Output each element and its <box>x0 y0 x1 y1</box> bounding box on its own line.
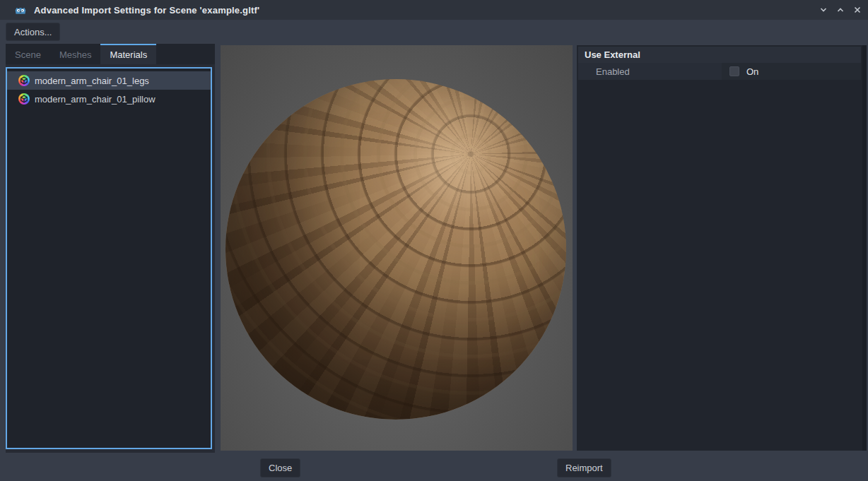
section-use-external[interactable]: Use External <box>578 47 861 63</box>
tab-meshes[interactable]: Meshes <box>50 44 101 64</box>
property-value: On <box>722 63 861 80</box>
materials-tab-panel: modern_arm_chair_01_legs modern_arm_chai… <box>6 64 215 453</box>
material-name: modern_arm_chair_01_pillow <box>35 94 156 105</box>
dialog-footer: Close Reimport <box>0 453 868 481</box>
list-item[interactable]: modern_arm_chair_01_pillow <box>7 90 211 108</box>
menubar: Actions... <box>0 20 868 44</box>
godot-logo-icon <box>14 4 27 16</box>
property-row-enabled: Enabled On <box>578 63 861 80</box>
reimport-button[interactable]: Reimport <box>557 458 611 477</box>
material-preview-viewport[interactable] <box>221 45 573 451</box>
enabled-checkbox[interactable] <box>729 66 739 76</box>
advanced-import-settings-window: Advanced Import Settings for Scene 'exam… <box>0 0 868 481</box>
window-title: Advanced Import Settings for Scene 'exam… <box>34 5 259 16</box>
chevron-up-icon <box>836 6 845 14</box>
materials-list[interactable]: modern_arm_chair_01_legs modern_arm_chai… <box>6 67 212 449</box>
list-item[interactable]: modern_arm_chair_01_legs <box>7 71 211 90</box>
property-label: Enabled <box>578 63 722 80</box>
inspector-panel: Use External Enabled On <box>577 45 867 451</box>
close-x-icon <box>853 6 862 14</box>
left-panel: Scene Meshes Materials modern_arm_chair_… <box>6 44 215 453</box>
checkbox-on-label: On <box>746 66 758 77</box>
titlebar: Advanced Import Settings for Scene 'exam… <box>0 0 868 20</box>
material-name: modern_arm_chair_01_legs <box>35 76 149 86</box>
chevron-down-icon <box>819 6 828 14</box>
inspector-scrollbar[interactable] <box>862 45 867 451</box>
tab-materials[interactable]: Materials <box>100 44 156 64</box>
actions-menu-button[interactable]: Actions... <box>6 23 60 41</box>
close-button[interactable]: Close <box>260 458 300 477</box>
minimize-button[interactable] <box>819 6 828 15</box>
tab-bar: Scene Meshes Materials <box>6 44 215 64</box>
material-orb-icon <box>18 93 30 105</box>
maximize-button[interactable] <box>835 6 845 15</box>
window-controls <box>819 6 868 15</box>
close-window-button[interactable] <box>852 6 862 15</box>
tab-scene[interactable]: Scene <box>6 44 50 64</box>
material-preview-sphere <box>225 79 566 420</box>
material-orb-icon <box>18 75 30 86</box>
